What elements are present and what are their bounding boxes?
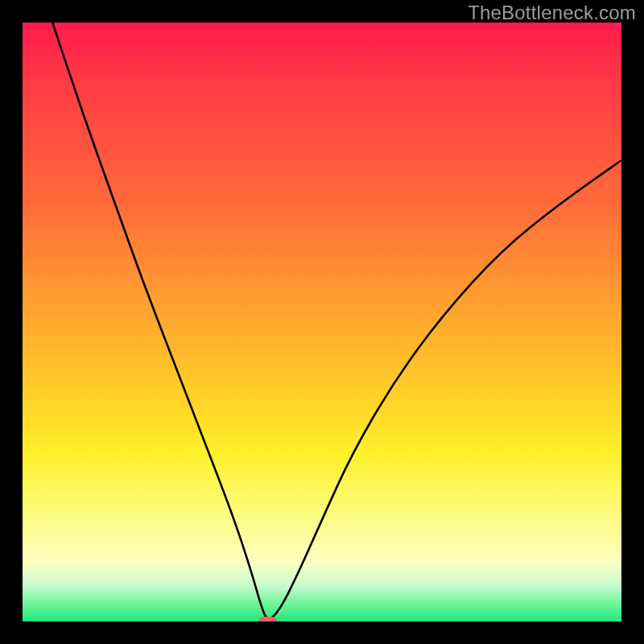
minimum-marker-icon [259,617,277,621]
watermark-text: TheBottleneck.com [468,2,636,24]
plot-area [23,23,621,621]
curve-svg [23,23,621,621]
bottleneck-curve [52,23,621,618]
chart-frame: TheBottleneck.com [0,0,644,644]
